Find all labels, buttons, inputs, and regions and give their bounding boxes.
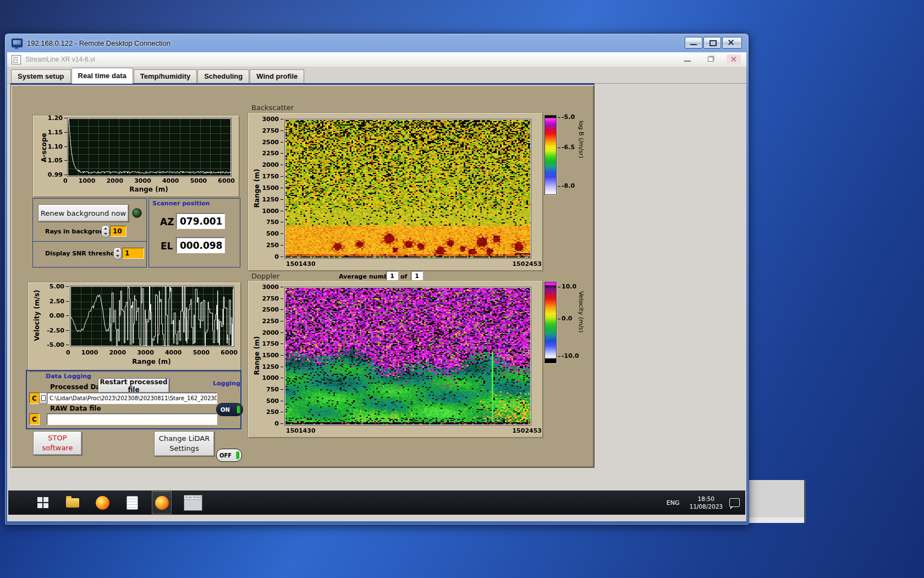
elevation-field[interactable]: 000.098 — [176, 237, 225, 253]
renew-background-button[interactable]: Renew background now — [38, 204, 129, 222]
minimize-button[interactable] — [685, 37, 702, 48]
processed-logging-toggle[interactable]: ON — [216, 403, 243, 416]
restore-icon — [708, 57, 713, 62]
tick-label: 1.20 — [48, 115, 67, 121]
snr-threshold-field[interactable]: 1 — [122, 248, 144, 259]
close-button[interactable] — [722, 37, 742, 48]
tick-label: 1750 — [262, 173, 283, 179]
processed-browse-icon[interactable] — [39, 392, 47, 404]
tick-label: 750 — [266, 219, 283, 225]
raw-drive-letter[interactable]: C — [29, 413, 40, 425]
tick-label: 0 — [274, 421, 283, 427]
raw-data-file-field[interactable] — [47, 413, 217, 425]
backscatter-plot-panel: Range (m) 300027502500225020001750150012… — [248, 112, 543, 271]
notification-icon[interactable] — [729, 498, 740, 507]
colorbar-tick: -6.5 — [558, 144, 575, 151]
tick-label: 2750 — [262, 128, 283, 134]
scan-scheduler-window-icon: Scan Sched — [184, 495, 202, 511]
toggle-knob-icon — [236, 451, 239, 459]
notepad-icon — [127, 496, 138, 510]
tab-wind-profile[interactable]: Wind profile — [250, 69, 304, 83]
tab-label: System setup — [18, 72, 64, 80]
processed-data-file-field[interactable]: C:\Lidar\Data\Proc\2023\202308\20230811\… — [47, 392, 217, 404]
tick-label: 3000 — [262, 284, 283, 290]
tab-scheduling[interactable]: Scheduling — [197, 69, 249, 83]
ascope-x-ticks: 0100020003000400050006000 — [63, 177, 235, 184]
snr-spinner[interactable] — [113, 247, 122, 259]
tick-label: 2000 — [262, 330, 283, 336]
vi-titlebar[interactable]: StreamLine XR v14-6.vi — [7, 52, 746, 67]
taskbar-item-scan-scheduler[interactable]: Scan Sched — [182, 492, 204, 514]
doppler-plot-panel: Range (m) 300027502500225020001750150012… — [248, 280, 543, 438]
taskbar-clock[interactable]: 18:50 11/08/2023 — [689, 495, 723, 510]
velocity-x-axis-label: Range (m) — [70, 358, 233, 366]
taskbar-item-browser-active[interactable] — [152, 492, 171, 514]
tick-label: 5000 — [190, 177, 207, 184]
doppler-x-end: 1502453 — [512, 427, 542, 434]
processed-drive-letter[interactable]: C — [29, 392, 40, 404]
rdp-titlebar[interactable]: 192.168.0.122 - Remote Desktop Connectio… — [5, 34, 749, 52]
taskbar-tray: ENG 18:50 11/08/2023 — [663, 495, 740, 510]
tick-label: 2750 — [262, 296, 283, 302]
tab-label: Real time data — [78, 72, 127, 80]
front-panel: A-scope 1.201.151.101.050.99 01000200030… — [10, 83, 595, 468]
colorbar-tick: -10.0 — [558, 352, 579, 359]
tick-label: 2500 — [262, 307, 283, 313]
firefox-icon — [155, 496, 169, 510]
taskbar-item-file-explorer[interactable] — [63, 492, 82, 514]
of-label: of — [400, 273, 407, 280]
minimize-icon — [684, 61, 691, 62]
vi-close-button[interactable] — [727, 54, 741, 64]
decrement-icon — [104, 233, 107, 235]
clock-date: 11/08/2023 — [689, 503, 723, 510]
raw-logging-toggle[interactable]: OFF — [216, 449, 242, 462]
taskbar: Scan Sched ENG 18:50 11/08/2023 — [8, 490, 745, 515]
azimuth-field[interactable]: 079.001 — [176, 213, 225, 229]
vi-minimize-button[interactable] — [680, 54, 695, 64]
tick-label: 2250 — [262, 318, 283, 324]
average-total-value: 1 — [415, 272, 419, 280]
stop-software-label: STOP — [48, 433, 67, 443]
group-divider — [33, 241, 146, 242]
snr-threshold-label: Display SNR threshold — [45, 250, 121, 257]
scan-scheduler-title: Scan Sched — [184, 495, 202, 500]
start-button[interactable] — [34, 492, 52, 514]
language-indicator[interactable]: ENG — [663, 497, 683, 509]
rays-spinner[interactable] — [101, 225, 109, 237]
tab-real-time-data[interactable]: Real time data — [72, 68, 133, 84]
tick-label: 1250 — [262, 197, 283, 203]
change-lidar-settings-button[interactable]: Change LiDAR Settings — [154, 431, 215, 456]
taskbar-item-browser[interactable] — [93, 492, 112, 514]
desktop: { "theme":{"panel_tan":"#ac9e80","panel_… — [0, 0, 924, 578]
restart-processed-file-button[interactable]: Restart processed file — [98, 378, 169, 393]
tick-label: 1.15 — [48, 129, 67, 135]
scanner-position-title: Scanner position — [152, 200, 210, 207]
vi-window-controls — [680, 54, 741, 64]
elevation-label: EL — [161, 241, 173, 252]
ascope-plot-panel: A-scope 1.201.151.101.050.99 01000200030… — [32, 115, 240, 198]
tab-system-setup[interactable]: System setup — [11, 69, 71, 83]
stop-software-label: software — [42, 443, 73, 453]
taskbar-icons: Scan Sched — [34, 492, 204, 514]
vi-icon — [12, 55, 21, 64]
tick-label: 1500 — [262, 185, 283, 191]
doppler-x-start: 1501430 — [286, 427, 316, 434]
velocity-plot — [70, 286, 234, 346]
tab-temp-humidity[interactable]: Temp/humidity — [134, 69, 197, 83]
tick-label: 750 — [266, 386, 283, 392]
raw-data-file-label: RAW Data file — [50, 405, 101, 412]
ascope-plot — [68, 118, 231, 176]
stop-software-button[interactable]: STOP software — [33, 431, 82, 455]
vi-restore-button[interactable] — [703, 54, 718, 64]
rays-in-background-field[interactable]: 10 — [110, 226, 127, 237]
velocity-y-ticks: 5.002.500.00-2.50-5.00 — [45, 283, 69, 348]
ascope-y-ticks: 1.201.151.101.050.99 — [45, 115, 67, 178]
tick-label: 500 — [266, 231, 283, 237]
snr-value: 1 — [125, 249, 129, 257]
maximize-button[interactable] — [703, 37, 721, 48]
data-logging-group: Data Logging Processed Data file Restart… — [26, 370, 241, 429]
velocity-plot-panel: Velocity (m/s) 5.002.500.00-2.50-5.00 01… — [28, 282, 241, 372]
taskbar-item-notepad[interactable] — [123, 492, 141, 514]
tick-label: 1250 — [262, 364, 283, 370]
minimize-icon — [690, 44, 697, 45]
